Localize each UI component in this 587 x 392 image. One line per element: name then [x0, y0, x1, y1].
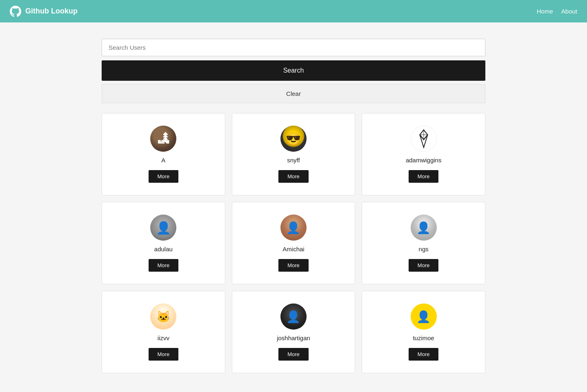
github-icon — [10, 6, 21, 17]
user-avatar — [411, 215, 437, 241]
nav-about[interactable]: About — [561, 8, 577, 15]
more-button[interactable]: More — [278, 348, 309, 361]
user-avatar — [150, 303, 176, 330]
user-card: snyff More — [232, 113, 356, 195]
user-name: snyff — [287, 157, 300, 164]
more-button[interactable]: More — [409, 170, 439, 183]
search-button[interactable]: Search — [102, 60, 485, 81]
user-card: adamwiggins More — [362, 113, 485, 195]
user-avatar — [411, 303, 437, 330]
user-avatar — [150, 126, 176, 152]
users-grid: A More snyff More adamwiggins More adula… — [102, 113, 485, 373]
user-card: ngs More — [362, 202, 485, 284]
app-logo: Github Lookup — [10, 6, 78, 17]
more-button[interactable]: More — [409, 259, 439, 272]
user-name: Amichai — [282, 246, 304, 252]
user-name: A — [161, 157, 165, 164]
user-name: adulau — [154, 246, 173, 252]
app-header: Github Lookup Home About — [0, 0, 587, 22]
user-card: A More — [102, 113, 225, 195]
user-avatar — [280, 126, 307, 152]
main-content: Search Clear A More snyff More adamwiggi… — [93, 39, 494, 373]
user-name: tuzimoe — [413, 334, 434, 341]
user-avatar — [411, 126, 437, 152]
more-button[interactable]: More — [149, 348, 179, 361]
header-nav: Home About — [537, 8, 577, 15]
nav-home[interactable]: Home — [537, 8, 553, 15]
more-button[interactable]: More — [409, 348, 439, 361]
user-card: Amichai More — [232, 202, 356, 284]
user-name: iizvv — [158, 334, 169, 341]
user-name: joshhartigan — [277, 334, 310, 341]
search-input[interactable] — [102, 39, 485, 56]
more-button[interactable]: More — [278, 170, 309, 183]
more-button[interactable]: More — [149, 170, 179, 183]
user-avatar — [280, 215, 307, 241]
user-name: ngs — [419, 246, 429, 252]
app-title: Github Lookup — [25, 7, 78, 16]
user-card: adulau More — [102, 202, 225, 284]
user-card: joshhartigan More — [232, 291, 356, 373]
user-card: tuzimoe More — [362, 291, 485, 373]
more-button[interactable]: More — [149, 259, 179, 272]
more-button[interactable]: More — [278, 259, 309, 272]
clear-button[interactable]: Clear — [102, 84, 485, 103]
user-avatar — [280, 303, 307, 330]
user-avatar — [150, 215, 176, 241]
user-card: iizvv More — [102, 291, 225, 373]
user-name: adamwiggins — [406, 157, 442, 164]
diamond-icon — [414, 129, 434, 148]
